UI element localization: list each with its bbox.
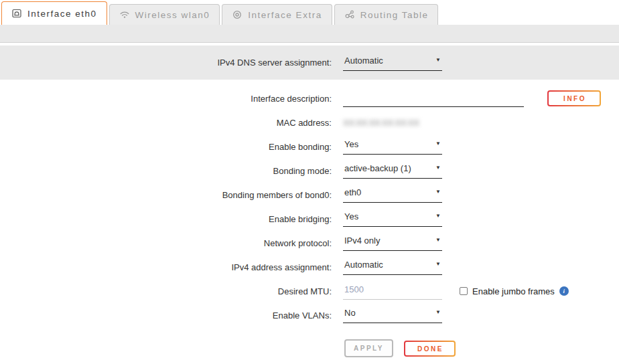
dns-assignment-select[interactable]: Automatic ▼ xyxy=(343,55,442,71)
bridging-row: Enable bridging: Yes ▼ xyxy=(0,207,619,231)
ethernet-icon xyxy=(11,8,22,19)
description-input[interactable] xyxy=(343,91,524,107)
footer-actions: APPLY DONE xyxy=(344,339,619,357)
jumbo-frames-checkbox[interactable] xyxy=(460,287,468,295)
chevron-down-icon: ▼ xyxy=(435,309,441,315)
chevron-down-icon: ▼ xyxy=(435,57,441,63)
bond-members-select[interactable]: eth0 ▼ xyxy=(343,187,442,203)
mtu-row: Desired MTU: Enable jumbo frames i xyxy=(0,279,619,303)
info-icon[interactable]: i xyxy=(559,286,569,296)
info-button[interactable]: INFO xyxy=(547,90,601,106)
target-icon xyxy=(232,9,243,20)
tab-wireless-wlan0[interactable]: Wireless wlan0 xyxy=(109,4,220,25)
chevron-down-icon: ▼ xyxy=(435,237,441,243)
protocol-select[interactable]: IPv4 only ▼ xyxy=(343,235,442,251)
chevron-down-icon: ▼ xyxy=(435,141,441,147)
vlans-label: Enable VLANs: xyxy=(0,310,332,321)
tab-bar: Interface eth0 Wireless wlan0 Interface … xyxy=(0,0,619,25)
description-row: Interface description: INFO xyxy=(0,86,619,110)
tab-interface-extra[interactable]: Interface Extra xyxy=(222,4,332,25)
tab-label: Interface Extra xyxy=(248,10,322,20)
bonding-mode-select[interactable]: active-backup (1) ▼ xyxy=(343,163,442,179)
mtu-label: Desired MTU: xyxy=(0,286,332,296)
chevron-down-icon: ▼ xyxy=(435,189,441,195)
tab-routing-table[interactable]: Routing Table xyxy=(334,4,439,25)
tab-label: Routing Table xyxy=(360,10,429,20)
apply-button[interactable]: APPLY xyxy=(344,339,393,357)
ipv4-assignment-row: IPv4 address assignment: Automatic ▼ xyxy=(0,255,619,279)
chevron-down-icon: ▼ xyxy=(435,213,441,219)
ipv4-assignment-select[interactable]: Automatic ▼ xyxy=(343,259,442,275)
bonding-label: Enable bonding: xyxy=(0,142,332,152)
chevron-down-icon: ▼ xyxy=(435,261,441,267)
jumbo-frames-label: Enable jumbo frames xyxy=(472,286,555,296)
dns-assignment-label: IPv4 DNS server assignment: xyxy=(0,58,332,68)
ipv4-assignment-label: IPv4 address assignment: xyxy=(0,262,332,272)
bonding-select[interactable]: Yes ▼ xyxy=(343,139,442,155)
bonding-mode-label: Bonding mode: xyxy=(0,166,332,176)
vlans-row: Enable VLANs: No ▼ xyxy=(0,303,619,327)
vlans-select[interactable]: No ▼ xyxy=(343,307,442,323)
protocol-row: Network protocol: IPv4 only ▼ xyxy=(0,231,619,255)
bridging-select[interactable]: Yes ▼ xyxy=(343,211,442,227)
mac-label: MAC address: xyxy=(0,118,332,128)
jumbo-frames-group: Enable jumbo frames i xyxy=(460,286,569,296)
chevron-down-icon: ▼ xyxy=(435,165,441,171)
bridging-label: Enable bridging: xyxy=(0,214,332,224)
mac-value-redacted: XX:XX:XX:XX:XX:XX xyxy=(343,118,419,128)
mtu-input[interactable] xyxy=(343,284,442,300)
bond-members-label: Bonding members of bond0: xyxy=(0,190,332,200)
mac-row: MAC address: XX:XX:XX:XX:XX:XX xyxy=(0,110,619,134)
wifi-icon xyxy=(119,9,130,20)
tab-interface-eth0[interactable]: Interface eth0 xyxy=(1,1,107,25)
interface-form: Interface description: INFO MAC address:… xyxy=(0,80,619,327)
bond-members-row: Bonding members of bond0: eth0 ▼ xyxy=(0,183,619,207)
bonding-mode-row: Bonding mode: active-backup (1) ▼ xyxy=(0,159,619,183)
tab-label: Interface eth0 xyxy=(27,9,97,19)
toolbar-band xyxy=(0,25,619,43)
protocol-label: Network protocol: xyxy=(0,238,332,248)
done-button[interactable]: DONE xyxy=(404,341,456,357)
bonding-row: Enable bonding: Yes ▼ xyxy=(0,134,619,159)
tab-label: Wireless wlan0 xyxy=(135,10,210,20)
dns-section: IPv4 DNS server assignment: Automatic ▼ xyxy=(0,46,619,80)
routing-icon xyxy=(344,9,355,20)
description-label: Interface description: xyxy=(0,94,332,104)
